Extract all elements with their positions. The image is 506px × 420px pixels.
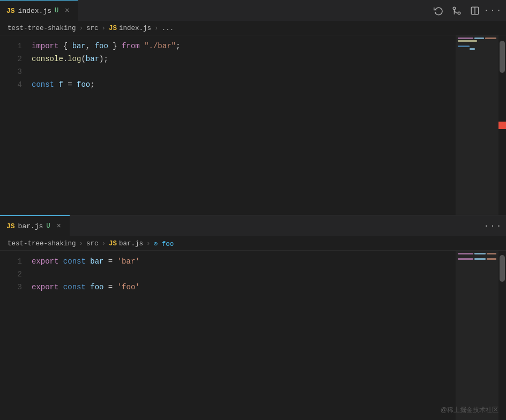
bottom-code-line-1: export const bar = 'bar' xyxy=(29,255,456,268)
bottom-tab-filename: bar.js xyxy=(18,222,43,230)
bottom-line-num-3: 3 xyxy=(0,281,22,294)
line-num-1: 1 xyxy=(0,40,22,52)
bottom-tab-bar-js[interactable]: JS bar.js U × xyxy=(0,215,70,236)
bottom-code-line-3: export const foo = 'foo' xyxy=(29,281,456,294)
svg-point-0 xyxy=(458,12,460,14)
bottom-breadcrumb-src[interactable]: src xyxy=(86,240,99,248)
bottom-line-num-1: 1 xyxy=(0,255,22,268)
line-num-2: 2 xyxy=(0,52,22,65)
line-num-4: 4 xyxy=(0,78,22,91)
breadcrumb-js-badge: JS xyxy=(109,25,117,32)
bottom-code-line-2 xyxy=(29,268,456,281)
bottom-code-area: 1 2 3 export const bar = 'bar' xyxy=(0,251,506,420)
breadcrumb-filename[interactable]: index.js xyxy=(119,25,151,32)
bottom-scrollbar-thumb[interactable] xyxy=(500,255,505,282)
top-tab-js-badge: JS xyxy=(6,7,15,15)
top-minimap xyxy=(456,35,498,215)
bottom-tab-js-badge: JS xyxy=(6,222,15,230)
top-tab-u-badge: U xyxy=(55,7,58,14)
top-error-indicator xyxy=(498,122,506,129)
code-line-3 xyxy=(29,65,456,78)
bottom-breadcrumb-project[interactable]: test-tree-shaking xyxy=(8,240,76,248)
bottom-tab-close-button[interactable]: × xyxy=(55,222,63,230)
breadcrumb-ellipsis[interactable]: ... xyxy=(162,25,174,32)
branch-button[interactable] xyxy=(449,3,464,18)
line-num-3: 3 xyxy=(0,65,22,78)
split-editor-button[interactable] xyxy=(467,3,482,18)
bottom-more-actions-button[interactable]: ··· xyxy=(486,219,501,234)
top-tab-close-button[interactable]: × xyxy=(63,6,71,15)
top-scrollbar-thumb[interactable] xyxy=(500,41,505,73)
bottom-line-numbers: 1 2 3 xyxy=(0,251,29,420)
bottom-editor-pane: JS bar.js U × ··· test-tree-shaking › sr… xyxy=(0,215,506,420)
top-tab-index-js[interactable]: JS index.js U × xyxy=(0,0,78,21)
history-button[interactable] xyxy=(431,3,446,18)
bottom-breadcrumb-js-badge: JS xyxy=(109,240,117,248)
code-line-2: console . log ( bar ); xyxy=(29,52,456,65)
bottom-tab-u-badge: U xyxy=(46,222,50,230)
top-toolbar-actions: ··· xyxy=(431,3,506,18)
bottom-tab-bar: JS bar.js U × ··· xyxy=(0,215,506,237)
bottom-minimap xyxy=(456,251,498,420)
watermark: @稀土掘金技术社区 xyxy=(441,406,498,415)
more-actions-button[interactable]: ··· xyxy=(486,3,501,18)
bottom-line-num-2: 2 xyxy=(0,268,22,281)
bottom-breadcrumb-filename[interactable]: bar.js xyxy=(119,240,143,248)
svg-point-1 xyxy=(453,7,456,10)
bottom-breadcrumb: test-tree-shaking › src › JS bar.js › ⊙ … xyxy=(0,237,506,251)
top-code-area: 1 2 3 4 import { bar , foo } from "./bar… xyxy=(0,35,506,215)
bottom-toolbar-actions: ··· xyxy=(486,219,506,234)
code-line-1: import { bar , foo } from "./bar" ; xyxy=(29,40,456,52)
bottom-code-content[interactable]: export const bar = 'bar' export const xyxy=(29,251,456,420)
breadcrumb-project[interactable]: test-tree-shaking xyxy=(8,25,76,32)
bottom-breadcrumb-symbol[interactable]: ⊙ foo xyxy=(154,239,174,248)
top-code-content[interactable]: import { bar , foo } from "./bar" ; cons… xyxy=(29,35,456,215)
breadcrumb-src[interactable]: src xyxy=(86,25,99,32)
code-line-4: const f = foo ; xyxy=(29,78,456,91)
top-editor-pane: JS index.js U × xyxy=(0,0,506,215)
top-tab-bar: JS index.js U × xyxy=(0,0,506,21)
top-line-numbers: 1 2 3 4 xyxy=(0,35,29,215)
top-tab-filename: index.js xyxy=(18,7,51,15)
top-breadcrumb: test-tree-shaking › src › JS index.js › … xyxy=(0,21,506,35)
